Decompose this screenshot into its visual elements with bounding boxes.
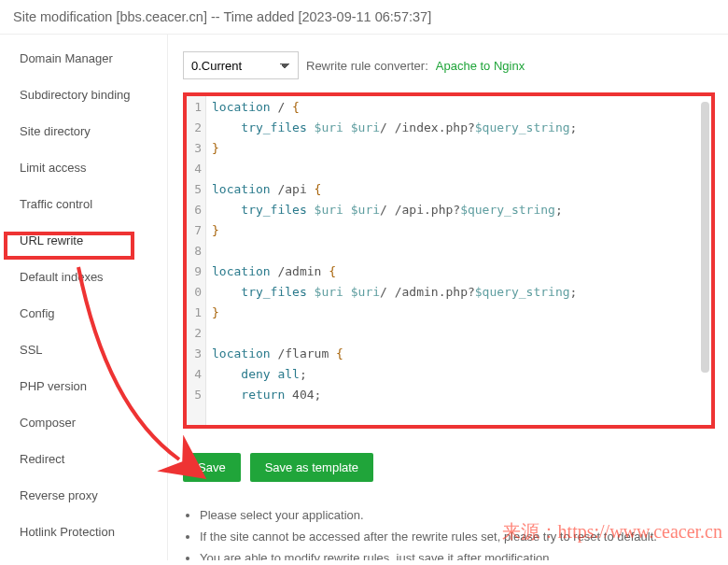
editor-content[interactable]: location / { try_files $uri $uri/ /index… [206, 93, 714, 428]
sidebar-item-url-rewrite[interactable]: URL rewrite [3, 222, 164, 259]
code-editor[interactable]: 123456789012345 location / { try_files $… [183, 92, 715, 429]
editor-gutter: 123456789012345 [184, 93, 206, 428]
save-as-template-button[interactable]: Save as template [250, 453, 373, 482]
sidebar-item-limit-access[interactable]: Limit access [3, 149, 164, 186]
sidebar-item-site-directory[interactable]: Site directory [3, 113, 164, 149]
note-item: Please select your application. [200, 508, 715, 522]
sidebar-item-ssl[interactable]: SSL [3, 332, 164, 368]
main-panel: 0.Current Rewrite rule converter: Apache… [168, 35, 728, 560]
note-item: You are able to modify rewrite rules, ju… [200, 551, 715, 560]
sidebar-item-redirect[interactable]: Redirect [3, 441, 164, 477]
note-item: If the site cannot be accessed after the… [200, 530, 715, 544]
sidebar-item-php-version[interactable]: PHP version [3, 368, 164, 404]
sidebar-item-domain-manager[interactable]: Domain Manager [3, 40, 164, 77]
sidebar: Domain Manager Subdirectory binding Site… [0, 35, 168, 560]
sidebar-item-default-indexes[interactable]: Default indexes [3, 259, 164, 295]
apache-to-nginx-link[interactable]: Apache to Nginx [436, 59, 525, 73]
window-title: Site modification [bbs.ceacer.cn] -- Tim… [0, 0, 728, 35]
rewrite-converter-label: Rewrite rule converter: [306, 59, 428, 73]
save-button[interactable]: Save [183, 453, 241, 482]
sidebar-item-hotlink-protection[interactable]: Hotlink Protection [3, 514, 164, 550]
notes-list: Please select your application. If the s… [183, 508, 715, 560]
sidebar-item-config[interactable]: Config [3, 295, 164, 332]
editor-scrollbar[interactable] [701, 102, 709, 373]
sidebar-item-subdirectory-binding[interactable]: Subdirectory binding [3, 77, 164, 113]
sidebar-item-reverse-proxy[interactable]: Reverse proxy [3, 477, 164, 514]
sidebar-item-traffic-control[interactable]: Traffic control [3, 186, 164, 222]
rewrite-template-select[interactable]: 0.Current [183, 51, 299, 79]
sidebar-item-composer[interactable]: Composer [3, 404, 164, 441]
